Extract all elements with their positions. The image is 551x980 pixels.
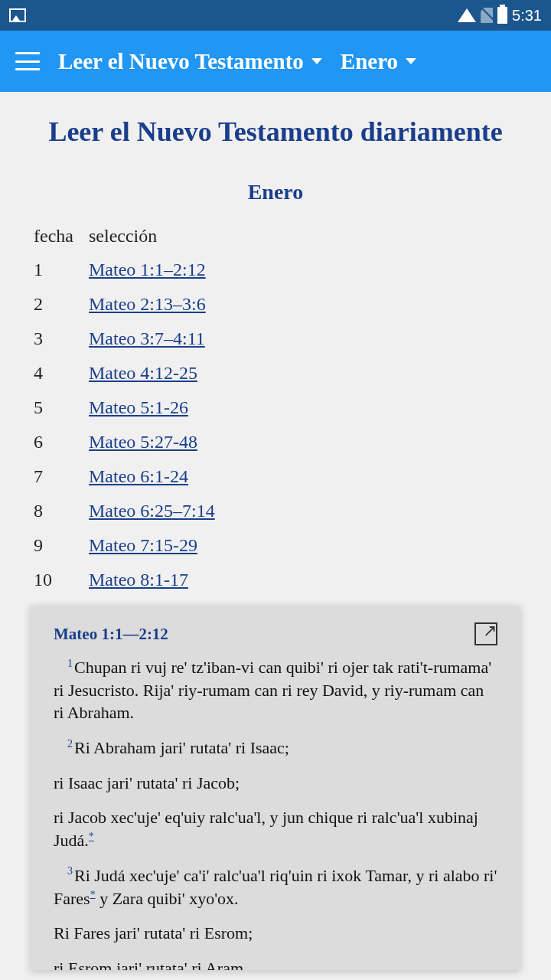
table-row: 4Mateo 4:12-25 bbox=[34, 356, 517, 390]
reading-ref-cell: Mateo 6:1-24 bbox=[89, 459, 517, 494]
table-row: 9Mateo 7:15-29 bbox=[34, 528, 517, 563]
table-row: 6Mateo 5:27-48 bbox=[34, 425, 517, 459]
reading-day: 10 bbox=[34, 563, 89, 597]
reading-ref-cell: Mateo 5:1-26 bbox=[89, 390, 517, 425]
reading-link[interactable]: Mateo 5:27-48 bbox=[89, 432, 197, 452]
reading-link[interactable]: Mateo 8:1-17 bbox=[89, 570, 188, 590]
reading-link[interactable]: Mateo 1:1–2:12 bbox=[89, 260, 206, 279]
verse-3b: Ri Fares jari' rutata' ri Esrom; bbox=[54, 922, 497, 945]
reading-day: 2 bbox=[34, 287, 89, 322]
reading-ref-cell: Mateo 8:1-17 bbox=[89, 563, 517, 597]
plan-dropdown-label: Leer el Nuevo Testamento bbox=[58, 49, 304, 74]
reading-link[interactable]: Mateo 6:1-24 bbox=[89, 466, 188, 486]
menu-icon[interactable] bbox=[15, 52, 40, 70]
reading-link[interactable]: Mateo 5:1-26 bbox=[89, 397, 188, 417]
reading-day: 7 bbox=[34, 459, 89, 494]
reading-table: fecha selección 1Mateo 1:1–2:122Mateo 2:… bbox=[34, 220, 517, 597]
reading-ref-cell: Mateo 1:1–2:12 bbox=[89, 253, 517, 287]
reading-day: 1 bbox=[34, 253, 89, 287]
reading-link[interactable]: Mateo 6:25–7:14 bbox=[89, 501, 215, 521]
reading-link[interactable]: Mateo 2:13–3:6 bbox=[89, 294, 206, 314]
reading-link[interactable]: Mateo 7:15-29 bbox=[89, 535, 197, 555]
table-row: 5Mateo 5:1-26 bbox=[34, 390, 517, 425]
table-row: 2Mateo 2:13–3:6 bbox=[34, 287, 517, 322]
status-time: 5:31 bbox=[512, 7, 542, 24]
reading-day: 6 bbox=[34, 425, 89, 459]
reading-ref-cell: Mateo 3:7–4:11 bbox=[89, 322, 517, 356]
picture-icon bbox=[9, 8, 26, 22]
verse-number: 2 bbox=[67, 738, 73, 750]
open-external-icon[interactable] bbox=[474, 622, 497, 645]
table-row: 10Mateo 8:1-17 bbox=[34, 563, 517, 597]
reading-day: 8 bbox=[34, 494, 89, 528]
reading-day: 5 bbox=[34, 390, 89, 425]
wifi-icon bbox=[458, 8, 476, 22]
month-dropdown-label: Enero bbox=[341, 49, 398, 74]
reading-link[interactable]: Mateo 3:7–4:11 bbox=[89, 328, 205, 348]
content-area: Leer el Nuevo Testamento diariamente Ene… bbox=[0, 92, 551, 612]
footnote-link[interactable]: * bbox=[90, 888, 96, 900]
reading-day: 3 bbox=[34, 322, 89, 356]
reading-day: 9 bbox=[34, 528, 89, 563]
no-sim-icon bbox=[481, 8, 493, 23]
verse-3a: 3Ri Judá xec'uje' ca'i' ralc'ua'l riq'ui… bbox=[54, 864, 497, 910]
verse-number: 1 bbox=[67, 658, 73, 669]
chevron-down-icon bbox=[311, 58, 322, 64]
header-date: fecha bbox=[34, 220, 89, 253]
verse-1: 1Chupan ri vuj re' tz'iban-vi can quibi'… bbox=[54, 656, 497, 724]
reading-ref-cell: Mateo 7:15-29 bbox=[89, 528, 517, 563]
battery-icon bbox=[497, 7, 507, 24]
reading-ref-cell: Mateo 5:27-48 bbox=[89, 425, 517, 459]
reading-ref-cell: Mateo 2:13–3:6 bbox=[89, 287, 517, 322]
table-row: 1Mateo 1:1–2:12 bbox=[34, 253, 517, 287]
table-row: 3Mateo 3:7–4:11 bbox=[34, 322, 517, 356]
verse-3c: ri Esrom jari' rutata' ri Aram bbox=[54, 957, 497, 970]
reading-day: 4 bbox=[34, 356, 89, 390]
reading-link[interactable]: Mateo 4:12-25 bbox=[89, 363, 197, 383]
verse-2b: ri Isaac jari' rutata' ri Jacob; bbox=[54, 772, 497, 795]
verse-number: 3 bbox=[67, 865, 73, 877]
footnote-link[interactable]: * bbox=[89, 831, 94, 842]
chevron-down-icon bbox=[406, 58, 416, 64]
verse-2a: 2Ri Abraham jari' rutata' ri Isaac; bbox=[54, 737, 497, 760]
header-selection: selección bbox=[89, 220, 517, 253]
verse-2c: ri Jacob xec'uje' eq'uiy ralc'ua'l, y ju… bbox=[54, 806, 497, 851]
reading-ref-cell: Mateo 6:25–7:14 bbox=[89, 494, 517, 528]
status-bar: 5:31 bbox=[0, 0, 551, 31]
overlay-title: Mateo 1:1—2:12 bbox=[54, 625, 168, 644]
plan-dropdown[interactable]: Leer el Nuevo Testamento bbox=[58, 49, 322, 74]
table-row: 8Mateo 6:25–7:14 bbox=[34, 494, 517, 528]
app-bar: Leer el Nuevo Testamento Enero bbox=[0, 31, 551, 92]
page-title: Leer el Nuevo Testamento diariamente bbox=[34, 115, 517, 149]
month-dropdown[interactable]: Enero bbox=[341, 49, 416, 74]
reading-ref-cell: Mateo 4:12-25 bbox=[89, 356, 517, 390]
month-title: Enero bbox=[34, 180, 517, 204]
passage-overlay: Mateo 1:1—2:12 1Chupan ri vuj re' tz'iba… bbox=[31, 606, 520, 970]
table-row: 7Mateo 6:1-24 bbox=[34, 459, 517, 494]
